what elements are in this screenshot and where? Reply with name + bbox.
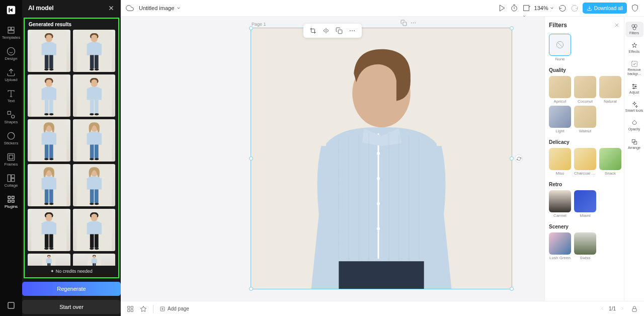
help-icon[interactable] [7,301,16,310]
svg-rect-87 [42,223,44,234]
play-icon[interactable] [498,4,506,12]
generated-thumb[interactable] [73,74,116,117]
svg-rect-12 [12,175,15,178]
filter-item[interactable]: Natural [599,76,621,104]
shield-icon[interactable] [631,4,639,12]
close-icon[interactable] [614,22,620,28]
tool-smart[interactable]: Smart tools [625,99,643,115]
svg-rect-132 [339,261,424,289]
next-page-icon[interactable] [620,306,625,312]
resize-handle[interactable] [249,156,253,161]
svg-rect-37 [45,100,49,113]
filter-item[interactable]: Charcoal fr... [574,148,596,176]
generated-thumb[interactable] [28,164,70,206]
frames-icon [7,152,16,162]
svg-rect-55 [42,133,44,144]
svg-rect-70 [49,189,53,203]
filters-panel: Filters None QualityApricotCoconutNatura… [544,17,624,301]
filter-item[interactable]: Light [549,106,571,133]
filter-item[interactable]: Miso [549,148,571,176]
copy-icon[interactable] [336,27,343,34]
svg-rect-110 [94,263,96,266]
canvas[interactable]: Page 1 [121,17,544,301]
prev-page-icon[interactable] [600,306,605,312]
layers-icon[interactable] [127,305,134,312]
svg-rect-80 [99,178,102,189]
star-icon[interactable] [140,305,147,312]
tool-opacity[interactable]: Opacity [625,118,643,133]
generated-thumb[interactable] [28,254,70,266]
filter-item[interactable]: Swiss [574,232,596,260]
generated-thumb[interactable] [73,30,116,72]
tool-arrange[interactable]: Arrange [625,136,643,152]
generated-thumb[interactable] [28,30,70,72]
generated-thumb[interactable] [73,254,116,266]
nav-upload[interactable]: Upload [0,64,22,86]
add-page-button[interactable]: Add page [159,306,189,312]
generated-thumb[interactable] [28,209,70,251]
close-icon[interactable] [108,5,115,12]
generated-thumb[interactable] [73,164,116,206]
filter-item[interactable]: Walnut [574,106,596,133]
resize-icon[interactable] [522,4,530,12]
filter-item[interactable]: Carmel [549,190,571,218]
svg-point-82 [94,203,98,205]
svg-point-124 [352,30,353,31]
nav-collage[interactable]: Collage [0,170,22,191]
plugins-icon [7,195,16,204]
timer-icon[interactable] [510,4,518,12]
resize-handle[interactable] [510,156,514,161]
resize-handle[interactable] [249,26,253,30]
filter-item[interactable]: Miami [574,190,596,218]
duplicate-page-icon[interactable] [400,20,407,26]
nav-design[interactable]: Design [0,43,22,64]
undo-icon[interactable] [558,4,567,12]
lock-icon[interactable] [631,305,638,312]
filter-none[interactable]: None [549,34,571,61]
tool-filters[interactable]: Filters [625,22,643,37]
nav-frames[interactable]: Frames [0,149,22,170]
zoom-level[interactable]: 134% [534,5,554,11]
svg-rect-48 [99,89,102,100]
nav-shapes[interactable]: Shapes [0,107,22,128]
nav-text[interactable]: Text [0,86,22,107]
selected-image[interactable] [251,28,512,289]
nav-stickers[interactable]: Stickers [0,128,22,149]
filter-item[interactable]: Snack [599,148,621,176]
svg-rect-69 [45,189,49,203]
app-logo[interactable] [3,2,19,18]
adjust-icon [631,83,638,90]
tool-effects[interactable]: Effects [625,40,643,56]
more-page-icon[interactable] [410,20,417,26]
filter-thumb [574,106,596,128]
document-title[interactable]: Untitled image [139,5,181,11]
nav-templates[interactable]: Templates [0,22,22,43]
filter-item[interactable]: Lush Green [549,232,571,260]
cloud-icon[interactable] [126,4,134,12]
refresh-icon[interactable] [515,154,523,163]
more-icon[interactable] [349,27,356,34]
svg-rect-118 [403,22,407,26]
generated-thumb[interactable] [73,119,116,162]
generated-thumb[interactable] [28,74,70,117]
filter-thumb [574,190,596,212]
flip-icon[interactable] [323,27,330,34]
filter-item[interactable]: Coconut [574,76,596,104]
filter-thumb [549,148,571,170]
start-over-button[interactable]: Start over [22,300,121,314]
generated-thumb[interactable] [28,119,70,162]
redo-icon[interactable] [571,4,579,12]
svg-rect-47 [87,89,89,100]
tool-remove[interactable]: Remove backgr... [625,58,643,77]
resize-handle[interactable] [510,26,514,30]
filter-item[interactable]: Apricot [549,76,571,104]
download-all-button[interactable]: Download all [583,3,627,14]
generated-thumb[interactable] [73,209,116,251]
resize-handle[interactable] [249,287,253,291]
nav-plugins[interactable]: Plugins [0,191,22,212]
resize-handle[interactable] [510,287,514,291]
regenerate-button[interactable]: Regenerate [22,282,121,296]
floating-toolbar [303,24,362,38]
crop-icon[interactable] [309,27,316,34]
tool-adjust[interactable]: Adjust [625,81,643,97]
